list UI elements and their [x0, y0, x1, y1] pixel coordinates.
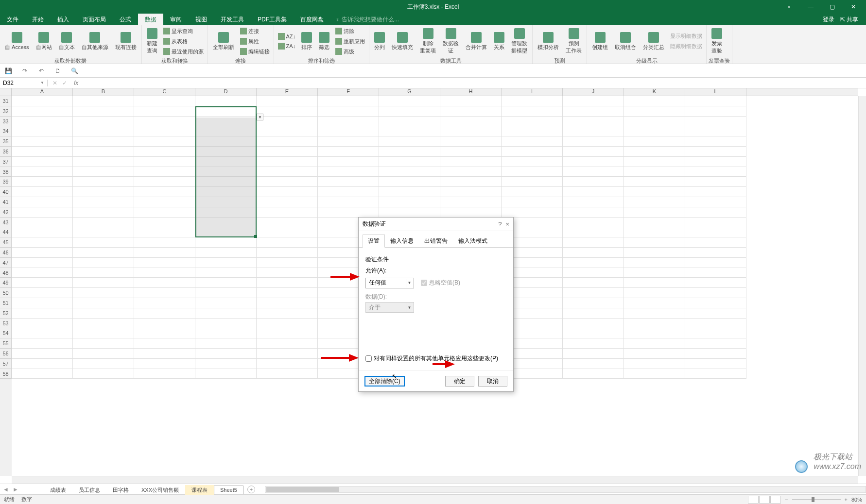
existing-connections-button[interactable]: 现有连接 — [112, 26, 139, 56]
validation-dropdown-icon[interactable]: ▼ — [257, 114, 263, 120]
cell[interactable] — [73, 96, 134, 106]
dialog-help-icon[interactable]: ? — [498, 220, 502, 228]
cell[interactable] — [257, 278, 318, 288]
cell[interactable] — [257, 359, 318, 369]
cell[interactable] — [12, 136, 73, 147]
row-header[interactable]: 35 — [0, 136, 12, 147]
cell[interactable] — [73, 308, 134, 319]
from-other-sources-button[interactable]: 自其他来源 — [79, 26, 111, 56]
sort-asc-button[interactable]: AZ↓ — [276, 32, 298, 41]
cell[interactable] — [379, 106, 440, 117]
cell[interactable] — [12, 248, 73, 258]
cell[interactable] — [624, 369, 685, 379]
cell[interactable] — [685, 177, 746, 187]
cell[interactable] — [134, 237, 195, 248]
row-header[interactable]: 53 — [0, 319, 12, 329]
cell[interactable] — [624, 338, 685, 349]
cell[interactable] — [440, 126, 502, 136]
cell[interactable] — [12, 147, 73, 157]
cell[interactable] — [685, 106, 746, 117]
cell[interactable] — [318, 117, 379, 127]
cell[interactable] — [440, 117, 502, 127]
row-header[interactable]: 50 — [0, 288, 12, 298]
cell[interactable] — [624, 319, 685, 329]
cell[interactable] — [73, 237, 134, 248]
cell[interactable] — [73, 319, 134, 329]
cell[interactable] — [563, 136, 624, 147]
cell[interactable] — [73, 338, 134, 349]
cell[interactable] — [12, 359, 73, 369]
row-header[interactable]: 55 — [0, 338, 12, 349]
group-button[interactable]: 创建组 — [589, 26, 611, 56]
cell[interactable] — [257, 248, 318, 258]
cell[interactable] — [73, 278, 134, 288]
cell[interactable] — [73, 167, 134, 177]
cell[interactable] — [73, 177, 134, 187]
cell[interactable] — [563, 338, 624, 349]
cell[interactable] — [257, 227, 318, 237]
cell[interactable] — [440, 96, 502, 106]
cell[interactable] — [318, 147, 379, 157]
cell[interactable] — [685, 369, 746, 379]
vertical-scrollbar[interactable] — [858, 96, 866, 476]
cell[interactable] — [624, 177, 685, 187]
edit-links-button[interactable]: 编辑链接 — [238, 47, 272, 56]
cell[interactable] — [563, 177, 624, 187]
cell[interactable] — [73, 258, 134, 268]
cell[interactable] — [12, 177, 73, 187]
cell[interactable] — [195, 278, 257, 288]
cell[interactable] — [12, 126, 73, 136]
normal-view-button[interactable] — [748, 496, 759, 504]
menu-home[interactable]: 开始 — [25, 14, 51, 25]
cell[interactable] — [12, 319, 73, 329]
horizontal-scrollbar[interactable] — [12, 476, 858, 484]
cell[interactable] — [134, 248, 195, 258]
cell[interactable] — [685, 359, 746, 369]
close-icon[interactable]: ✕ — [843, 0, 864, 14]
cell[interactable] — [12, 268, 73, 278]
cell[interactable] — [563, 147, 624, 157]
column-header[interactable]: H — [440, 88, 502, 96]
cell[interactable] — [563, 157, 624, 167]
cell[interactable] — [624, 227, 685, 237]
cell[interactable] — [12, 308, 73, 319]
cell[interactable] — [134, 349, 195, 359]
cell[interactable] — [73, 349, 134, 359]
cell[interactable] — [134, 157, 195, 167]
cell[interactable] — [73, 207, 134, 218]
row-header[interactable]: 38 — [0, 167, 12, 177]
cell[interactable] — [563, 258, 624, 268]
zoom-out-button[interactable]: − — [785, 497, 788, 503]
cell[interactable] — [195, 268, 257, 278]
cell[interactable] — [624, 359, 685, 369]
cell[interactable] — [563, 359, 624, 369]
cell[interactable] — [685, 126, 746, 136]
cancel-button[interactable]: 取消 — [478, 376, 507, 386]
cell[interactable] — [318, 177, 379, 187]
cell[interactable] — [195, 328, 257, 338]
cell[interactable] — [134, 268, 195, 278]
ungroup-button[interactable]: 取消组合 — [612, 26, 639, 56]
cell[interactable] — [257, 288, 318, 298]
show-queries-button[interactable]: 显示查询 — [161, 27, 206, 36]
page-layout-view-button[interactable] — [759, 496, 770, 504]
cell[interactable] — [257, 308, 318, 319]
formula-input[interactable] — [80, 79, 866, 86]
cell[interactable] — [624, 328, 685, 338]
cell[interactable] — [563, 167, 624, 177]
cell[interactable] — [73, 147, 134, 157]
cell[interactable] — [685, 197, 746, 207]
cell[interactable] — [12, 338, 73, 349]
cell[interactable] — [685, 227, 746, 237]
allow-select[interactable]: 任何值 ▼ — [365, 278, 414, 288]
cell[interactable] — [624, 197, 685, 207]
cell[interactable] — [440, 136, 502, 147]
cell[interactable] — [257, 268, 318, 278]
tell-me[interactable]: ♀ 告诉我您想要做什么... — [330, 16, 404, 24]
cell[interactable] — [12, 207, 73, 218]
cell[interactable] — [624, 278, 685, 288]
cell[interactable] — [257, 147, 318, 157]
minimize-icon[interactable]: — — [800, 0, 821, 14]
column-header[interactable]: I — [502, 88, 563, 96]
from-access-button[interactable]: 自 Access — [2, 26, 32, 56]
